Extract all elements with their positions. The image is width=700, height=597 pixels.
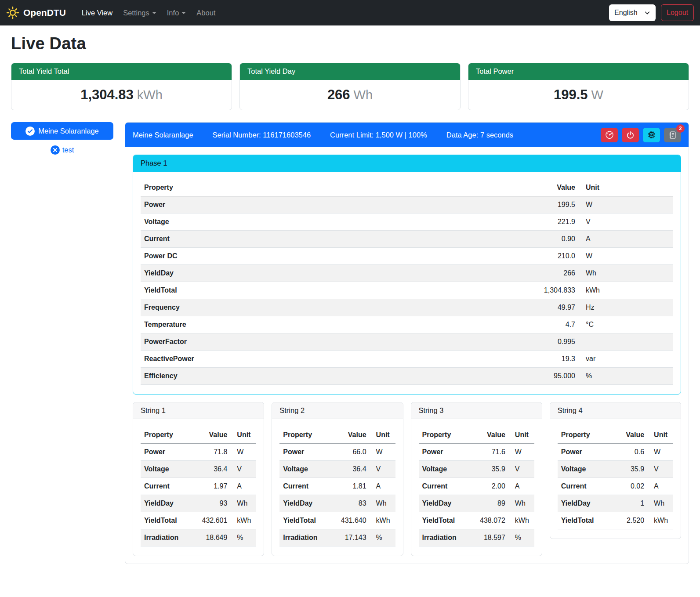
unit-cell: V	[509, 461, 534, 478]
nav-item-info[interactable]: Info	[163, 5, 190, 21]
column-header-value: Value	[469, 427, 509, 444]
table-row: YieldDay266Wh	[141, 265, 673, 282]
value-cell: 19.3	[522, 351, 579, 368]
table-row: YieldDay1Wh	[558, 495, 673, 512]
chevron-down-icon	[152, 12, 156, 14]
power-button[interactable]	[622, 128, 639, 142]
string-card-body: Property Value Unit Power71.6WVoltage35.…	[411, 419, 542, 556]
value-cell: 89	[469, 495, 509, 512]
value-cell: 266	[522, 265, 579, 282]
table-header-row: Property Value Unit	[141, 179, 673, 196]
property-cell: Power	[141, 444, 192, 461]
unit-cell: °C	[579, 316, 673, 333]
brand[interactable]: OpenDTU	[6, 6, 66, 19]
unit-cell: kWh	[579, 282, 673, 299]
logout-button[interactable]: Logout	[661, 4, 694, 21]
card-title: Total Power	[468, 63, 689, 80]
property-cell: Frequency	[141, 299, 522, 316]
unit-cell: kWh	[509, 512, 534, 529]
journal-icon	[668, 131, 677, 139]
nav-item-live-view[interactable]: Live View	[78, 5, 116, 21]
total-power-card: Total Power 199.5W	[468, 63, 689, 110]
device-info-button[interactable]	[643, 128, 660, 142]
total-yield-total-card: Total Yield Total 1,304.83kWh	[11, 63, 232, 110]
table-row: Irradiation17.143%	[279, 529, 395, 546]
column-header-property: Property	[558, 427, 609, 444]
unit-cell: Hz	[579, 299, 673, 316]
property-cell: Power	[279, 444, 330, 461]
unit-cell: kWh	[648, 512, 673, 529]
value-cell: 18.649	[192, 529, 231, 546]
property-cell: Voltage	[419, 461, 470, 478]
event-count-badge: 2	[676, 124, 685, 133]
value-cell: 83	[330, 495, 370, 512]
card-body: 199.5W	[468, 80, 689, 110]
value-cell: 0.6	[609, 444, 648, 461]
nav-item-settings[interactable]: Settings	[120, 5, 160, 21]
string-card-title: String 3	[411, 402, 542, 419]
property-cell: Power	[558, 444, 609, 461]
inverter-actions: 2	[601, 128, 681, 142]
limit-settings-button[interactable]	[601, 128, 618, 142]
top-navbar: OpenDTU Live View Settings Info About En…	[0, 0, 700, 25]
value-cell: 93	[192, 495, 231, 512]
brand-label: OpenDTU	[23, 7, 66, 18]
language-select[interactable]: English	[609, 4, 656, 21]
check-circle-icon	[25, 127, 35, 136]
event-log-button[interactable]: 2	[664, 128, 681, 142]
inverter-data-age: Data Age: 7 seconds	[446, 131, 513, 139]
value-cell: 18.597	[469, 529, 509, 546]
table-row: YieldDay93Wh	[141, 495, 256, 512]
table-row: Voltage36.4V	[141, 461, 256, 478]
value-cell: 71.8	[192, 444, 231, 461]
column-header-property: Property	[419, 427, 470, 444]
unit-cell: Wh	[231, 495, 256, 512]
property-cell: ReactivePower	[141, 351, 522, 368]
nav-item-about[interactable]: About	[193, 5, 219, 21]
table-row: Voltage35.9V	[558, 461, 673, 478]
string-card-title: String 1	[133, 402, 264, 419]
column-header-property: Property	[141, 179, 522, 196]
table-row: Power71.6W	[419, 444, 534, 461]
speedometer-icon	[605, 130, 614, 139]
column-header-unit: Unit	[648, 427, 673, 444]
unit-cell: %	[579, 368, 673, 385]
table-row: Current1.81A	[279, 478, 395, 495]
inverter-selected-button[interactable]: Meine Solaranlage	[11, 122, 113, 140]
property-cell: YieldDay	[141, 495, 192, 512]
property-cell: Voltage	[279, 461, 330, 478]
table-row: Voltage35.9V	[419, 461, 534, 478]
table-row: Frequency49.97Hz	[141, 299, 673, 316]
table-row: Current2.00A	[419, 478, 534, 495]
power-icon	[626, 131, 635, 139]
unit-cell: V	[579, 213, 673, 231]
string-2-table: Property Value Unit Power66.0WVoltage36.…	[279, 427, 395, 546]
inverter-name: Meine Solaranlage	[133, 131, 193, 139]
string-card-body: Property Value Unit Power71.8WVoltage36.…	[133, 419, 264, 556]
unit-cell: W	[579, 248, 673, 265]
string-card-title: String 4	[550, 402, 681, 419]
unit-cell: V	[370, 461, 395, 478]
inverter-item-test[interactable]: test	[11, 145, 113, 155]
property-cell: YieldDay	[141, 265, 522, 282]
total-yield-total-value: 1,304.83	[80, 87, 134, 102]
unit-cell: W	[370, 444, 395, 461]
property-cell: Irradiation	[279, 529, 330, 546]
value-cell: 0.02	[609, 478, 648, 495]
property-cell: Power	[419, 444, 470, 461]
sun-icon	[6, 6, 19, 19]
property-cell: YieldDay	[558, 495, 609, 512]
unit-label: kWh	[137, 88, 163, 102]
unit-label: Wh	[354, 88, 373, 102]
column-header-property: Property	[279, 427, 330, 444]
card-body: 1,304.83kWh	[11, 80, 232, 110]
property-cell: YieldDay	[279, 495, 330, 512]
unit-cell: A	[370, 478, 395, 495]
column-header-property: Property	[141, 427, 192, 444]
property-cell: Current	[141, 231, 522, 248]
string-1-card: String 1 Property Value Unit	[133, 402, 264, 556]
language-selected-value: English	[614, 9, 637, 17]
table-row: Power71.8W	[141, 444, 256, 461]
unit-cell: Wh	[370, 495, 395, 512]
table-row: Irradiation18.597%	[419, 529, 534, 546]
